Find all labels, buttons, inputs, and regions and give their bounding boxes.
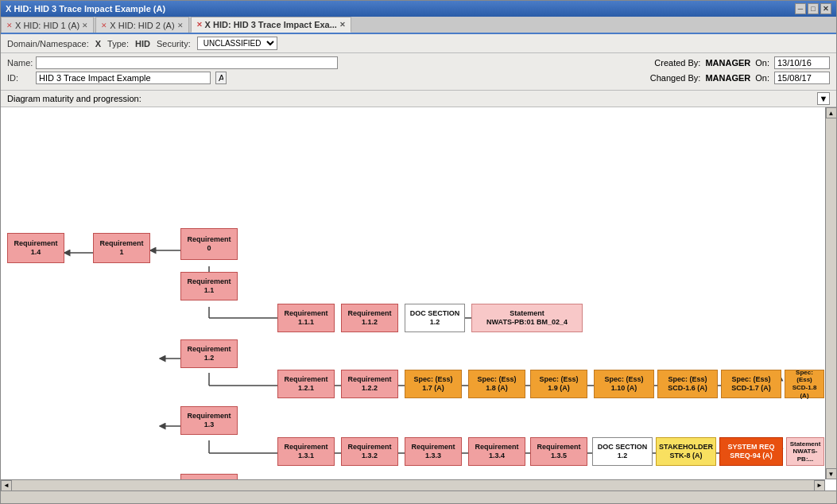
box-stmt1[interactable]: StatementNWATS-PB:01 BM_02_4 [471, 304, 583, 332]
form-area: Name: Created By: MANAGER On: ID: Change… [1, 53, 836, 91]
created-on-label: On: [755, 58, 769, 68]
tab-close-hid2[interactable]: ✕ [177, 21, 184, 29]
scroll-up-button[interactable]: ▲ [826, 107, 837, 118]
changed-on-input[interactable] [774, 72, 830, 84]
tab-icon-hid1: ✕ [6, 21, 13, 29]
box-req14[interactable]: Requirement1.4 [7, 233, 64, 263]
box-req11[interactable]: Requirement1.1 [180, 272, 238, 300]
scroll-track-x[interactable] [12, 480, 814, 490]
window-title: X HID: HID 3 Trace Impact Example (A) [6, 4, 165, 14]
box-req111[interactable]: Requirement1.1.1 [277, 304, 335, 332]
tab-close-hid1[interactable]: ✕ [82, 21, 88, 29]
box-req122[interactable]: Requirement1.2.2 [341, 370, 398, 398]
meta-bar: Domain/Namespace: X Type: HID Security: … [1, 34, 836, 53]
id-input[interactable] [36, 72, 211, 84]
maturity-dropdown[interactable]: ▼ [817, 92, 830, 105]
name-label: Name: [7, 58, 31, 68]
scroll-track-y[interactable] [826, 118, 836, 468]
scrollbar-vertical[interactable]: ▲ ▼ [825, 107, 836, 479]
window-controls: ─ □ ✕ [795, 3, 831, 14]
close-button[interactable]: ✕ [820, 3, 831, 14]
id-label: ID: [7, 73, 31, 83]
scroll-right-button[interactable]: ► [814, 480, 825, 491]
changed-by-label: Changed By: [650, 73, 701, 83]
changed-by-group: Changed By: MANAGER On: [650, 72, 830, 84]
box-spec-scd16[interactable]: Spec: (Ess)SCD-1.6 (A) [657, 370, 718, 398]
tab-close-hid3[interactable]: ✕ [339, 21, 346, 29]
box-req15[interactable]: Requirement1.5 [180, 474, 238, 479]
maturity-row: Diagram maturity and progression: ▼ [1, 91, 836, 107]
id-suffix-input[interactable] [215, 72, 227, 84]
security-dropdown[interactable]: UNCLASSIFIED [197, 37, 277, 50]
box-docsec12a[interactable]: DOC SECTION1.2 [405, 304, 465, 332]
main-window: X HID: HID 3 Trace Impact Example (A) ─ … [0, 0, 837, 504]
tab-hid3[interactable]: ✕ X HID: HID 3 Trace Impact Exa... ✕ [191, 17, 351, 33]
tab-icon-hid2: ✕ [101, 21, 107, 29]
box-docsec12b[interactable]: DOC SECTION1.2 [592, 437, 653, 466]
created-by-value: MANAGER [705, 58, 750, 68]
box-spec18[interactable]: Spec: (Ess)1.8 (A) [468, 370, 525, 398]
box-req131[interactable]: Requirement1.3.1 [277, 437, 335, 466]
box-req132[interactable]: Requirement1.3.2 [341, 437, 398, 466]
box-req112[interactable]: Requirement1.1.2 [341, 304, 398, 332]
box-req134[interactable]: Requirement1.3.4 [468, 437, 525, 466]
tab-icon-hid3: ✕ [196, 21, 203, 29]
diagram-area: Requirement1.4 Requirement1 Requirement0… [1, 107, 836, 490]
name-row: Name: Created By: MANAGER On: [7, 56, 830, 69]
tab-bar: ✕ X HID: HID 1 (A) ✕ ✕ X HID: HID 2 (A) … [1, 17, 836, 34]
box-spec110[interactable]: Spec: (Ess)1.10 (A) [594, 370, 654, 398]
title-bar: X HID: HID 3 Trace Impact Example (A) ─ … [1, 1, 836, 17]
tab-hid2[interactable]: ✕ X HID: HID 2 (A) ✕ [95, 17, 188, 33]
tab-label-hid3: X HID: HID 3 Trace Impact Exa... [205, 20, 337, 29]
box-sysreq94[interactable]: SYSTEM REQSREQ-94 (A) [719, 437, 783, 466]
tab-label-hid1: X HID: HID 1 (A) [15, 21, 79, 30]
created-by-label: Created By: [654, 58, 700, 68]
domain-value: X [95, 39, 101, 48]
tab-label-hid2: X HID: HID 2 (A) [110, 21, 174, 30]
box-spec-scd18[interactable]: Spec: (Ess)SCD-1.8 (A) [785, 370, 824, 398]
status-bar [1, 490, 836, 503]
created-by-group: Created By: MANAGER On: [654, 56, 830, 69]
type-value: HID [135, 39, 150, 48]
scroll-down-button[interactable]: ▼ [826, 468, 837, 479]
domain-label: Domain/Namespace: [7, 39, 89, 48]
tab-hid1[interactable]: ✕ X HID: HID 1 (A) ✕ [1, 17, 94, 33]
box-req1[interactable]: Requirement1 [93, 233, 150, 263]
box-req135[interactable]: Requirement1.3.5 [530, 437, 587, 466]
changed-on-label: On: [755, 73, 769, 83]
diagram-canvas: Requirement1.4 Requirement1 Requirement0… [1, 107, 825, 479]
box-stmt-nwats13[interactable]: StatementNWATS-PB:... [786, 437, 824, 466]
changed-by-value: MANAGER [705, 73, 750, 83]
box-spec19[interactable]: Spec: (Ess)1.9 (A) [530, 370, 587, 398]
created-on-input[interactable] [774, 56, 830, 69]
box-req133[interactable]: Requirement1.3.3 [405, 437, 462, 466]
type-label: Type: [107, 39, 129, 48]
arrows-svg [1, 107, 825, 479]
box-spec-scd17[interactable]: Spec: (Ess)SCD-1.7 (A) [721, 370, 781, 398]
name-input[interactable] [36, 56, 338, 69]
box-stk-stk8[interactable]: STAKEHOLDERSTK-8 (A) [656, 437, 716, 466]
box-req121[interactable]: Requirement1.2.1 [277, 370, 335, 398]
box-spec17[interactable]: Spec: (Ess)1.7 (A) [405, 370, 462, 398]
maximize-button[interactable]: □ [808, 3, 819, 14]
maturity-label: Diagram maturity and progression: [7, 94, 141, 103]
id-row: ID: Changed By: MANAGER On: [7, 72, 830, 84]
minimize-button[interactable]: ─ [795, 3, 806, 14]
security-label: Security: [157, 39, 191, 48]
scrollbar-horizontal[interactable]: ◄ ► [1, 479, 825, 490]
scroll-left-button[interactable]: ◄ [1, 480, 12, 491]
box-req12[interactable]: Requirement1.2 [180, 339, 238, 368]
box-req0[interactable]: Requirement0 [180, 228, 238, 260]
box-req13[interactable]: Requirement1.3 [180, 406, 238, 435]
